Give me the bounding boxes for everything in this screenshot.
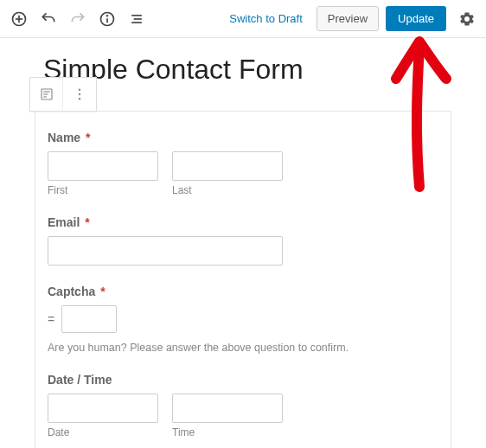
date-sublabel: Date [48, 426, 158, 438]
required-mark: * [86, 131, 90, 144]
last-name-sublabel: Last [172, 184, 283, 196]
page-title[interactable]: Simple Contact Form [43, 54, 451, 86]
switch-to-draft-button[interactable]: Switch to Draft [221, 7, 311, 30]
required-mark: * [100, 285, 105, 298]
captcha-label-text: Captcha [48, 285, 95, 298]
svg-point-5 [107, 15, 108, 16]
update-button[interactable]: Update [386, 6, 446, 31]
last-name-input[interactable] [172, 151, 283, 181]
info-icon[interactable] [93, 5, 121, 33]
svg-point-13 [79, 89, 80, 91]
redo-icon[interactable] [64, 5, 92, 33]
first-name-input[interactable] [48, 151, 158, 181]
email-label-text: Email [48, 215, 80, 229]
captcha-label: Captcha * [48, 285, 438, 298]
more-options-icon[interactable] [63, 78, 96, 111]
required-mark: * [85, 215, 89, 229]
svg-point-14 [79, 93, 80, 95]
captcha-input[interactable] [61, 305, 117, 333]
datetime-label: Date / Time [48, 373, 438, 387]
date-input[interactable] [48, 394, 158, 423]
block-toolbar [29, 77, 97, 112]
datetime-label-text: Date / Time [48, 373, 112, 387]
editor-content: Simple Contact Form Name * First Last [0, 38, 486, 448]
settings-icon[interactable] [453, 5, 481, 33]
captcha-hint: Are you human? Please answer the above q… [48, 342, 438, 354]
captcha-equals: = [48, 312, 54, 326]
undo-icon[interactable] [35, 5, 62, 33]
field-name: Name * First Last [48, 131, 438, 196]
name-label-text: Name [48, 131, 80, 144]
outline-icon[interactable] [123, 5, 150, 33]
field-captcha: Captcha * = Are you human? Please answer… [48, 285, 438, 354]
field-datetime: Date / Time Date Time [48, 373, 438, 438]
first-name-sublabel: First [48, 184, 158, 196]
name-label: Name * [48, 131, 438, 144]
preview-button[interactable]: Preview [317, 6, 379, 31]
email-label: Email * [48, 215, 438, 229]
time-input[interactable] [172, 394, 283, 423]
form-block[interactable]: Name * First Last Email * [35, 111, 451, 448]
field-email: Email * [48, 215, 438, 266]
add-block-icon[interactable] [5, 5, 33, 33]
svg-point-15 [79, 98, 80, 99]
email-input[interactable] [48, 236, 283, 266]
form-block-icon[interactable] [30, 78, 63, 111]
editor-topbar: Switch to Draft Preview Update [0, 0, 486, 38]
time-sublabel: Time [172, 426, 283, 438]
